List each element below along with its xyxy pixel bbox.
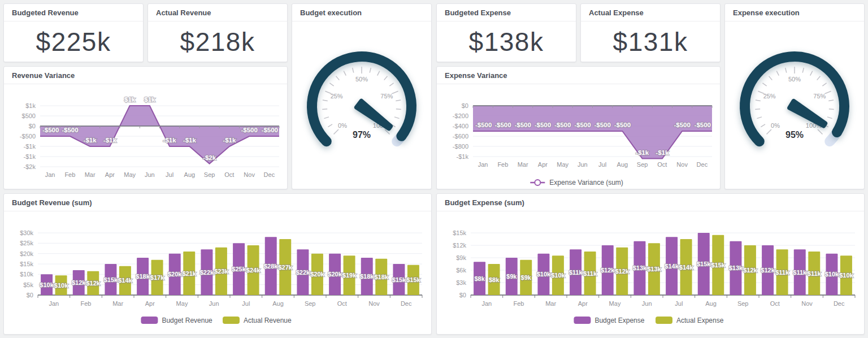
svg-text:-$500: -$500 (20, 133, 36, 140)
svg-text:Mar: Mar (518, 161, 528, 168)
svg-text:0%: 0% (771, 122, 780, 129)
expense-execution-gauge[interactable]: 0%25%50%75%100%95% (725, 21, 864, 189)
svg-text:Apr: Apr (105, 171, 115, 178)
svg-text:Expense Variance (sum): Expense Variance (sum) (549, 179, 623, 187)
svg-text:$11k: $11k (569, 269, 583, 276)
svg-text:Budget Revenue: Budget Revenue (162, 317, 212, 324)
svg-text:$30k: $30k (20, 229, 33, 236)
budget-revenue-chart[interactable]: $0$5k$10k$15k$20k$25k$30kJan$10k$10kFeb$… (4, 211, 431, 334)
svg-text:Apr: Apr (578, 300, 588, 307)
svg-text:$12k: $12k (453, 242, 466, 249)
svg-text:$13k: $13k (729, 265, 743, 271)
kpi-value: $218k (148, 21, 287, 62)
svg-text:Jun: Jun (642, 300, 652, 307)
svg-text:95%: 95% (785, 130, 804, 140)
svg-text:$12k: $12k (761, 267, 775, 274)
svg-text:$9k: $9k (456, 254, 466, 261)
svg-text:-$500: -$500 (494, 122, 511, 128)
svg-text:-$500: -$500 (514, 122, 531, 128)
svg-text:-$1k: -$1k (163, 137, 177, 144)
expense-variance-chart[interactable]: $0-$200-$400-$600-$800-$1k-$500-$500-$50… (437, 84, 720, 189)
card-title: Budgeted Revenue (4, 4, 143, 21)
svg-text:$8k: $8k (489, 276, 500, 283)
svg-text:$22k: $22k (296, 269, 310, 276)
svg-text:Sep: Sep (204, 171, 215, 178)
svg-text:$10k: $10k (54, 282, 68, 289)
expense-variance-card: Expense Variance $0-$200-$400-$600-$800-… (436, 66, 721, 189)
svg-text:$27k: $27k (279, 264, 293, 271)
svg-text:$10k: $10k (825, 271, 839, 278)
svg-text:$15k: $15k (711, 262, 726, 268)
svg-text:$1k: $1k (144, 96, 155, 103)
svg-text:-$500: -$500 (554, 122, 571, 128)
svg-text:25%: 25% (331, 93, 343, 99)
svg-text:$17k: $17k (150, 274, 164, 281)
svg-text:-$500: -$500 (574, 122, 591, 128)
svg-text:Aug: Aug (184, 171, 196, 178)
svg-text:Actual Expense: Actual Expense (676, 317, 724, 324)
card-title: Budget execution (292, 4, 431, 21)
svg-text:Nov: Nov (676, 161, 688, 168)
card-title: Expense execution (725, 4, 864, 21)
svg-text:-$1k: -$1k (24, 153, 36, 160)
svg-text:97%: 97% (353, 130, 371, 140)
svg-text:Oct: Oct (770, 300, 780, 307)
svg-text:$15k: $15k (104, 276, 118, 283)
svg-text:$22k: $22k (200, 269, 214, 276)
svg-text:Nov: Nov (244, 171, 255, 178)
svg-text:0%: 0% (338, 122, 347, 129)
svg-text:$12k: $12k (743, 267, 757, 274)
budget-execution-gauge[interactable]: 0%25%50%75%100%97% (292, 21, 431, 189)
svg-text:$14k: $14k (118, 277, 132, 284)
svg-text:Jan: Jan (45, 171, 55, 178)
svg-text:-$1k: -$1k (223, 137, 236, 144)
svg-text:$9k: $9k (521, 274, 532, 281)
svg-text:-$500: -$500 (594, 122, 610, 128)
svg-text:Aug: Aug (705, 300, 717, 307)
card-title: Actual Revenue (148, 4, 287, 21)
svg-text:$13k: $13k (647, 266, 661, 272)
svg-text:$14k: $14k (665, 263, 679, 270)
svg-text:$12k: $12k (86, 280, 101, 287)
svg-text:Oct: Oct (337, 300, 347, 307)
svg-text:Jul: Jul (242, 300, 250, 307)
svg-text:Jan: Jan (478, 161, 488, 168)
svg-text:$28k: $28k (264, 263, 278, 270)
revenue-variance-chart[interactable]: $1k$500$0-$500-$1k-$1k-$2k-$500-$500-$1k… (4, 84, 287, 189)
svg-text:$15k: $15k (392, 276, 406, 283)
budgeted-revenue-card: Budgeted Revenue $225k (3, 3, 144, 62)
svg-text:Sep: Sep (305, 300, 316, 307)
svg-text:75%: 75% (813, 93, 826, 99)
card-title: Revenue Variance (4, 67, 287, 84)
budgeted-expense-card: Budgeted Expense $138k (436, 3, 576, 62)
svg-text:25%: 25% (763, 93, 776, 99)
svg-text:50%: 50% (788, 76, 801, 83)
expense-section: Budgeted Expense $138k Actual Expense $1… (436, 3, 865, 335)
revenue-variance-card: Revenue Variance $1k$500$0-$500-$1k-$1k-… (3, 66, 288, 189)
svg-text:$0: $0 (27, 292, 33, 298)
card-title: Actual Expense (581, 4, 720, 21)
svg-text:Feb: Feb (497, 161, 508, 168)
svg-text:Jun: Jun (209, 300, 219, 307)
svg-text:$20k: $20k (310, 271, 324, 278)
svg-text:Sep: Sep (637, 161, 648, 168)
svg-text:-$1k: -$1k (183, 137, 197, 144)
card-title: Budget Revenue (sum) (4, 194, 431, 211)
svg-text:$24k: $24k (246, 267, 261, 274)
svg-text:Jun: Jun (578, 161, 588, 168)
svg-text:$20k: $20k (20, 250, 33, 257)
svg-text:-$1k: -$1k (457, 153, 469, 160)
svg-text:-$500: -$500 (695, 122, 711, 128)
svg-text:-$500: -$500 (535, 122, 551, 128)
svg-text:$21k: $21k (183, 270, 197, 277)
budget-expense-chart[interactable]: $0$3k$6k$9k$12k$15kJan$8k$8kFeb$9k$9kMar… (437, 211, 864, 334)
svg-text:$9k: $9k (506, 273, 517, 280)
budget-execution-card: Budget execution 0%25%50%75%100%97% (292, 3, 432, 189)
svg-text:-$1k: -$1k (656, 149, 669, 156)
svg-text:Dec: Dec (264, 171, 275, 178)
actual-expense-card: Actual Expense $131k (580, 3, 721, 62)
svg-text:$12k: $12k (601, 267, 615, 274)
svg-text:$18k: $18k (375, 274, 389, 280)
svg-text:$18k: $18k (136, 273, 150, 280)
svg-text:Jul: Jul (598, 161, 606, 168)
